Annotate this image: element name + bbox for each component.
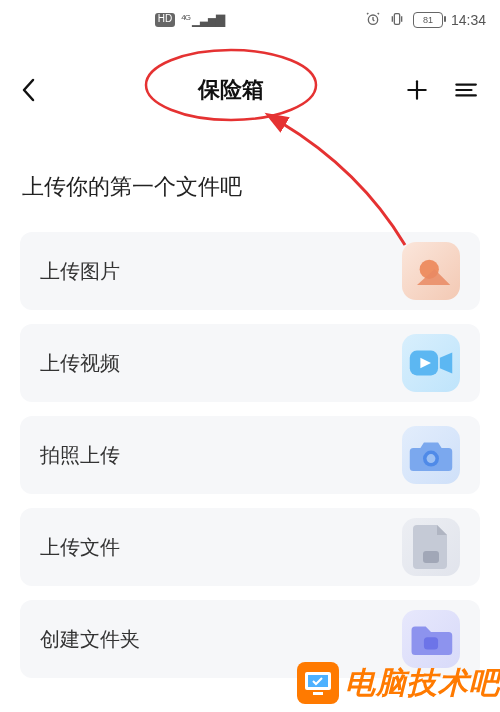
- upload-video-row[interactable]: 上传视频: [20, 324, 480, 402]
- row-label: 上传视频: [40, 350, 402, 377]
- upload-file-row[interactable]: 上传文件: [20, 508, 480, 586]
- row-label: 上传文件: [40, 534, 402, 561]
- video-icon: [402, 334, 460, 392]
- row-label: 创建文件夹: [40, 626, 402, 653]
- take-photo-row[interactable]: 拍照上传: [20, 416, 480, 494]
- folder-icon: [402, 610, 460, 668]
- svg-point-12: [427, 454, 436, 463]
- menu-button[interactable]: [450, 75, 480, 105]
- file-icon: [402, 518, 460, 576]
- svg-rect-17: [313, 692, 323, 695]
- status-right: 81 14:34: [365, 11, 486, 30]
- page-title: 保险箱: [198, 75, 264, 105]
- empty-prompt: 上传你的第一个文件吧: [22, 172, 242, 202]
- row-label: 拍照上传: [40, 442, 402, 469]
- row-label: 上传图片: [40, 258, 402, 285]
- add-button[interactable]: [402, 75, 432, 105]
- image-icon: [402, 242, 460, 300]
- upload-image-row[interactable]: 上传图片: [20, 232, 480, 310]
- annotation-arrow: [240, 110, 420, 250]
- vibrate-icon: [389, 11, 405, 30]
- create-folder-row[interactable]: 创建文件夹: [20, 600, 480, 678]
- svg-rect-14: [424, 637, 438, 649]
- battery-icon: 81: [413, 12, 443, 28]
- back-button[interactable]: [20, 70, 60, 110]
- network-icon: 4G ▁▃▅▇: [181, 13, 224, 27]
- action-list: 上传图片 上传视频 拍照上传 上传文件: [20, 232, 480, 678]
- alarm-icon: [365, 11, 381, 30]
- hd-icon: HD: [155, 13, 175, 27]
- svg-rect-1: [394, 13, 399, 24]
- status-left: HD 4G ▁▃▅▇: [14, 13, 365, 27]
- camera-icon: [402, 426, 460, 484]
- status-bar: HD 4G ▁▃▅▇ 81 14:34: [0, 0, 500, 40]
- clock-text: 14:34: [451, 12, 486, 28]
- svg-rect-13: [423, 551, 439, 563]
- header: 保险箱: [0, 60, 500, 120]
